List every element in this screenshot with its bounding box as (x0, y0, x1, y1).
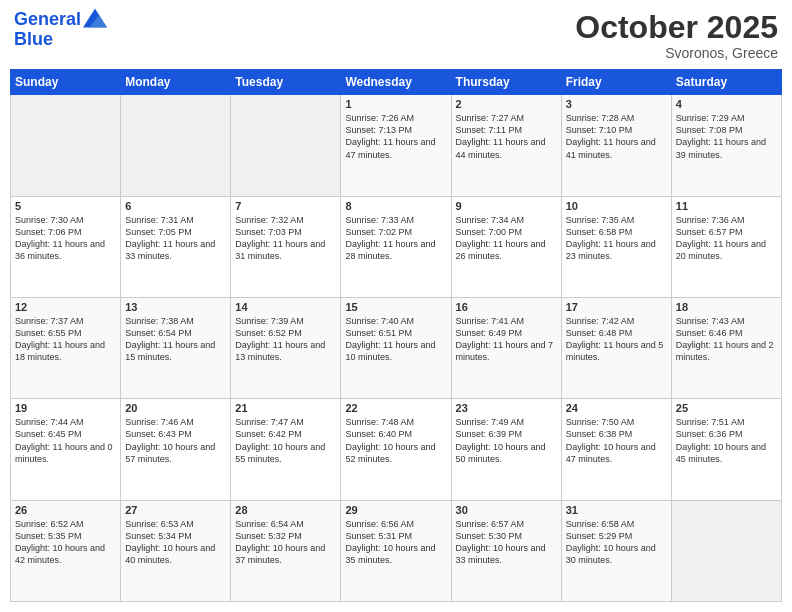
cell-4-5: 31Sunrise: 6:58 AM Sunset: 5:29 PM Dayli… (561, 500, 671, 601)
cell-1-0: 5Sunrise: 7:30 AM Sunset: 7:06 PM Daylig… (11, 196, 121, 297)
cell-content-1-3: Sunrise: 7:33 AM Sunset: 7:02 PM Dayligh… (345, 214, 446, 263)
cell-4-4: 30Sunrise: 6:57 AM Sunset: 5:30 PM Dayli… (451, 500, 561, 601)
cell-content-3-1: Sunrise: 7:46 AM Sunset: 6:43 PM Dayligh… (125, 416, 226, 465)
cell-content-1-6: Sunrise: 7:36 AM Sunset: 6:57 PM Dayligh… (676, 214, 777, 263)
logo: General Blue (14, 10, 107, 50)
cell-2-3: 15Sunrise: 7:40 AM Sunset: 6:51 PM Dayli… (341, 297, 451, 398)
col-wednesday: Wednesday (341, 70, 451, 95)
cell-content-1-0: Sunrise: 7:30 AM Sunset: 7:06 PM Dayligh… (15, 214, 116, 263)
week-row-3: 19Sunrise: 7:44 AM Sunset: 6:45 PM Dayli… (11, 399, 782, 500)
logo-icon (83, 8, 107, 28)
day-num-18: 18 (676, 301, 777, 313)
cell-1-6: 11Sunrise: 7:36 AM Sunset: 6:57 PM Dayli… (671, 196, 781, 297)
col-monday: Monday (121, 70, 231, 95)
week-row-4: 26Sunrise: 6:52 AM Sunset: 5:35 PM Dayli… (11, 500, 782, 601)
day-num-7: 7 (235, 200, 336, 212)
logo-text: General (14, 10, 81, 30)
cell-2-6: 18Sunrise: 7:43 AM Sunset: 6:46 PM Dayli… (671, 297, 781, 398)
cell-0-2 (231, 95, 341, 196)
cell-1-5: 10Sunrise: 7:35 AM Sunset: 6:58 PM Dayli… (561, 196, 671, 297)
calendar-table: Sunday Monday Tuesday Wednesday Thursday… (10, 69, 782, 602)
cell-4-1: 27Sunrise: 6:53 AM Sunset: 5:34 PM Dayli… (121, 500, 231, 601)
cell-content-1-5: Sunrise: 7:35 AM Sunset: 6:58 PM Dayligh… (566, 214, 667, 263)
day-num-14: 14 (235, 301, 336, 313)
cell-3-6: 25Sunrise: 7:51 AM Sunset: 6:36 PM Dayli… (671, 399, 781, 500)
day-num-10: 10 (566, 200, 667, 212)
cell-4-0: 26Sunrise: 6:52 AM Sunset: 5:35 PM Dayli… (11, 500, 121, 601)
calendar-header-row: Sunday Monday Tuesday Wednesday Thursday… (11, 70, 782, 95)
cell-3-5: 24Sunrise: 7:50 AM Sunset: 6:38 PM Dayli… (561, 399, 671, 500)
cell-0-5: 3Sunrise: 7:28 AM Sunset: 7:10 PM Daylig… (561, 95, 671, 196)
cell-content-2-2: Sunrise: 7:39 AM Sunset: 6:52 PM Dayligh… (235, 315, 336, 364)
cell-content-4-5: Sunrise: 6:58 AM Sunset: 5:29 PM Dayligh… (566, 518, 667, 567)
day-num-12: 12 (15, 301, 116, 313)
cell-2-2: 14Sunrise: 7:39 AM Sunset: 6:52 PM Dayli… (231, 297, 341, 398)
day-num-30: 30 (456, 504, 557, 516)
cell-3-2: 21Sunrise: 7:47 AM Sunset: 6:42 PM Dayli… (231, 399, 341, 500)
day-num-28: 28 (235, 504, 336, 516)
cell-content-0-5: Sunrise: 7:28 AM Sunset: 7:10 PM Dayligh… (566, 112, 667, 161)
day-num-23: 23 (456, 402, 557, 414)
logo-subtext: Blue (14, 30, 107, 50)
week-row-2: 12Sunrise: 7:37 AM Sunset: 6:55 PM Dayli… (11, 297, 782, 398)
cell-1-4: 9Sunrise: 7:34 AM Sunset: 7:00 PM Daylig… (451, 196, 561, 297)
day-num-26: 26 (15, 504, 116, 516)
cell-2-0: 12Sunrise: 7:37 AM Sunset: 6:55 PM Dayli… (11, 297, 121, 398)
week-row-0: 1Sunrise: 7:26 AM Sunset: 7:13 PM Daylig… (11, 95, 782, 196)
day-num-6: 6 (125, 200, 226, 212)
cell-2-1: 13Sunrise: 7:38 AM Sunset: 6:54 PM Dayli… (121, 297, 231, 398)
day-num-13: 13 (125, 301, 226, 313)
cell-0-1 (121, 95, 231, 196)
cell-content-3-5: Sunrise: 7:50 AM Sunset: 6:38 PM Dayligh… (566, 416, 667, 465)
title-block: October 2025 Svoronos, Greece (575, 10, 778, 61)
cell-content-4-3: Sunrise: 6:56 AM Sunset: 5:31 PM Dayligh… (345, 518, 446, 567)
day-num-29: 29 (345, 504, 446, 516)
day-num-22: 22 (345, 402, 446, 414)
day-num-19: 19 (15, 402, 116, 414)
cell-content-3-3: Sunrise: 7:48 AM Sunset: 6:40 PM Dayligh… (345, 416, 446, 465)
cell-content-4-1: Sunrise: 6:53 AM Sunset: 5:34 PM Dayligh… (125, 518, 226, 567)
day-num-4: 4 (676, 98, 777, 110)
day-num-31: 31 (566, 504, 667, 516)
day-num-9: 9 (456, 200, 557, 212)
day-num-21: 21 (235, 402, 336, 414)
day-num-1: 1 (345, 98, 446, 110)
cell-0-3: 1Sunrise: 7:26 AM Sunset: 7:13 PM Daylig… (341, 95, 451, 196)
cell-content-2-1: Sunrise: 7:38 AM Sunset: 6:54 PM Dayligh… (125, 315, 226, 364)
cell-content-0-4: Sunrise: 7:27 AM Sunset: 7:11 PM Dayligh… (456, 112, 557, 161)
month-title: October 2025 (575, 10, 778, 45)
day-num-3: 3 (566, 98, 667, 110)
day-num-24: 24 (566, 402, 667, 414)
cell-0-4: 2Sunrise: 7:27 AM Sunset: 7:11 PM Daylig… (451, 95, 561, 196)
day-num-8: 8 (345, 200, 446, 212)
cell-content-4-4: Sunrise: 6:57 AM Sunset: 5:30 PM Dayligh… (456, 518, 557, 567)
cell-content-4-0: Sunrise: 6:52 AM Sunset: 5:35 PM Dayligh… (15, 518, 116, 567)
cell-content-2-6: Sunrise: 7:43 AM Sunset: 6:46 PM Dayligh… (676, 315, 777, 364)
day-num-11: 11 (676, 200, 777, 212)
week-row-1: 5Sunrise: 7:30 AM Sunset: 7:06 PM Daylig… (11, 196, 782, 297)
col-thursday: Thursday (451, 70, 561, 95)
col-saturday: Saturday (671, 70, 781, 95)
cell-content-1-2: Sunrise: 7:32 AM Sunset: 7:03 PM Dayligh… (235, 214, 336, 263)
cell-3-4: 23Sunrise: 7:49 AM Sunset: 6:39 PM Dayli… (451, 399, 561, 500)
cell-4-3: 29Sunrise: 6:56 AM Sunset: 5:31 PM Dayli… (341, 500, 451, 601)
cell-1-3: 8Sunrise: 7:33 AM Sunset: 7:02 PM Daylig… (341, 196, 451, 297)
cell-content-0-3: Sunrise: 7:26 AM Sunset: 7:13 PM Dayligh… (345, 112, 446, 161)
cell-content-3-0: Sunrise: 7:44 AM Sunset: 6:45 PM Dayligh… (15, 416, 116, 465)
cell-4-6 (671, 500, 781, 601)
header: General Blue October 2025 Svoronos, Gree… (10, 10, 782, 61)
cell-0-6: 4Sunrise: 7:29 AM Sunset: 7:08 PM Daylig… (671, 95, 781, 196)
cell-3-0: 19Sunrise: 7:44 AM Sunset: 6:45 PM Dayli… (11, 399, 121, 500)
day-num-27: 27 (125, 504, 226, 516)
cell-content-2-0: Sunrise: 7:37 AM Sunset: 6:55 PM Dayligh… (15, 315, 116, 364)
cell-content-2-5: Sunrise: 7:42 AM Sunset: 6:48 PM Dayligh… (566, 315, 667, 364)
cell-content-2-4: Sunrise: 7:41 AM Sunset: 6:49 PM Dayligh… (456, 315, 557, 364)
cell-2-5: 17Sunrise: 7:42 AM Sunset: 6:48 PM Dayli… (561, 297, 671, 398)
cell-1-1: 6Sunrise: 7:31 AM Sunset: 7:05 PM Daylig… (121, 196, 231, 297)
day-num-25: 25 (676, 402, 777, 414)
col-tuesday: Tuesday (231, 70, 341, 95)
cell-content-1-4: Sunrise: 7:34 AM Sunset: 7:00 PM Dayligh… (456, 214, 557, 263)
cell-3-1: 20Sunrise: 7:46 AM Sunset: 6:43 PM Dayli… (121, 399, 231, 500)
cell-2-4: 16Sunrise: 7:41 AM Sunset: 6:49 PM Dayli… (451, 297, 561, 398)
cell-content-1-1: Sunrise: 7:31 AM Sunset: 7:05 PM Dayligh… (125, 214, 226, 263)
